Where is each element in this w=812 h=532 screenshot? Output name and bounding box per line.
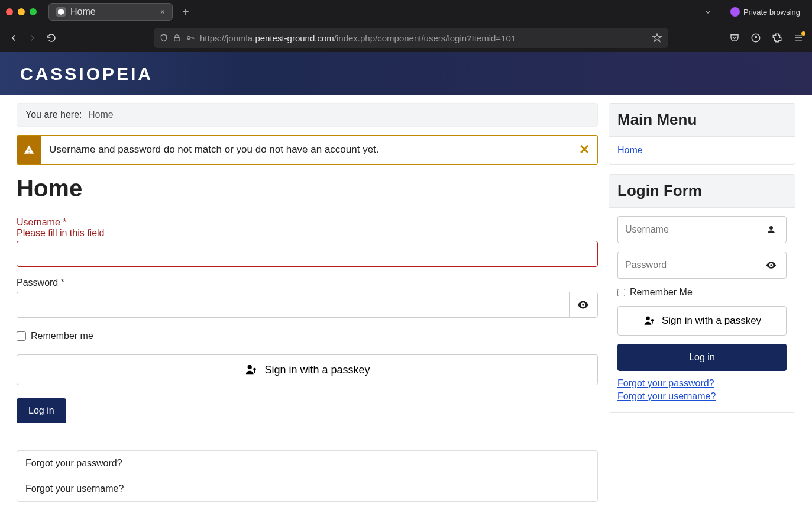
breadcrumb-current[interactable]: Home (88, 109, 114, 120)
tab-title: Home (70, 7, 96, 17)
extensions-icon[interactable] (772, 33, 782, 43)
show-password-button[interactable] (569, 292, 598, 318)
main-menu-module: Main Menu Home (609, 103, 795, 165)
brand-logo[interactable]: CASSIOPEIA (20, 64, 792, 84)
svg-point-7 (651, 319, 654, 321)
side-password-group (617, 252, 787, 279)
remember-me-row[interactable]: Remember me (17, 331, 598, 341)
browser-tab[interactable]: Home × (48, 3, 173, 21)
username-label: Username * (17, 217, 598, 228)
side-username-icon (756, 216, 787, 243)
svg-point-4 (254, 368, 257, 371)
account-icon[interactable] (750, 33, 761, 43)
private-browsing-badge: Private browsing (730, 7, 800, 17)
key-icon (186, 34, 195, 42)
main-menu-home-link[interactable]: Home (617, 145, 643, 155)
side-username-group (617, 216, 787, 243)
login-form-title: Login Form (609, 175, 795, 208)
side-login-button[interactable]: Log in (617, 344, 787, 371)
remember-me-checkbox[interactable] (17, 331, 26, 341)
site-header: CASSIOPEIA (0, 52, 812, 95)
side-remember-label: Remember Me (630, 287, 693, 298)
browser-chrome: Home × + Private browsing (0, 0, 812, 52)
svg-point-0 (187, 37, 190, 40)
back-button[interactable] (8, 33, 19, 43)
password-group (17, 292, 598, 318)
main-column: You are here: Home Username and password… (17, 103, 598, 502)
side-remember-row[interactable]: Remember Me (617, 287, 787, 298)
passkey-button[interactable]: Sign in with a passkey (17, 354, 598, 385)
lock-icon (173, 34, 181, 42)
shield-icon (160, 34, 168, 42)
warning-alert: Username and password do not match or yo… (17, 135, 598, 165)
recovery-links: Forgot your password? Forgot your userna… (17, 450, 598, 502)
alert-close-button[interactable]: ✕ (571, 136, 597, 164)
eye-icon (577, 298, 590, 311)
tablist-dropdown-icon[interactable] (703, 7, 713, 17)
passkey-icon (643, 315, 656, 327)
breadcrumb-prefix: You are here: (25, 109, 82, 120)
side-forgot-username-link[interactable]: Forgot your username? (617, 391, 787, 402)
forgot-password-link[interactable]: Forgot your password? (17, 451, 597, 476)
reload-button[interactable] (46, 33, 57, 43)
breadcrumb: You are here: Home (17, 103, 598, 127)
url-text: https://joomla.pentest-ground.com/index.… (200, 33, 516, 43)
side-remember-checkbox[interactable] (617, 289, 625, 296)
password-input[interactable] (17, 292, 569, 318)
login-button[interactable]: Log in (17, 398, 66, 423)
username-input[interactable] (17, 241, 598, 267)
page-title: Home (17, 175, 598, 202)
side-passkey-button[interactable]: Sign in with a passkey (617, 306, 787, 336)
menu-icon[interactable] (793, 33, 804, 43)
passkey-label: Sign in with a passkey (264, 364, 370, 376)
svg-point-5 (769, 226, 773, 230)
eye-icon (765, 259, 777, 271)
svg-point-6 (646, 317, 650, 321)
remember-me-label: Remember me (31, 331, 93, 341)
sidebar: Main Menu Home Login Form (609, 103, 795, 423)
browser-toolbar: https://joomla.pentest-ground.com/index.… (0, 24, 812, 52)
page-body: You are here: Home Username and password… (0, 95, 812, 525)
login-form-module: Login Form (609, 174, 795, 413)
side-username-input[interactable] (617, 216, 756, 243)
forgot-username-link[interactable]: Forgot your username? (17, 476, 597, 501)
svg-point-2 (755, 36, 758, 38)
joomla-favicon (56, 7, 66, 17)
password-label: Password * (17, 278, 598, 288)
new-tab-button[interactable]: + (179, 5, 193, 19)
maximize-window-button[interactable] (30, 8, 37, 15)
forward-button[interactable] (27, 33, 38, 43)
side-forgot-password-link[interactable]: Forgot your password? (617, 378, 787, 389)
username-hint: Please fill in this field (17, 228, 598, 238)
passkey-icon (244, 363, 258, 376)
toolbar-right-icons (729, 33, 804, 43)
tab-bar: Home × + Private browsing (0, 0, 812, 24)
side-password-input[interactable] (617, 252, 756, 279)
side-recovery-links: Forgot your password? Forgot your userna… (617, 378, 787, 402)
url-bar[interactable]: https://joomla.pentest-ground.com/index.… (154, 28, 668, 48)
alert-message: Username and password do not match or yo… (41, 136, 571, 164)
warning-icon (17, 136, 41, 164)
private-label: Private browsing (743, 8, 800, 17)
minimize-window-button[interactable] (18, 8, 25, 15)
user-icon (766, 224, 777, 235)
pocket-icon[interactable] (729, 33, 740, 43)
side-passkey-label: Sign in with a passkey (662, 315, 761, 327)
mask-icon (730, 7, 740, 17)
bookmark-star-icon[interactable] (652, 33, 662, 43)
side-show-password-button[interactable] (756, 252, 787, 279)
close-tab-button[interactable]: × (160, 7, 165, 17)
window-controls (6, 8, 37, 15)
close-window-button[interactable] (6, 8, 13, 15)
svg-point-3 (248, 365, 252, 369)
main-menu-title: Main Menu (609, 104, 795, 137)
